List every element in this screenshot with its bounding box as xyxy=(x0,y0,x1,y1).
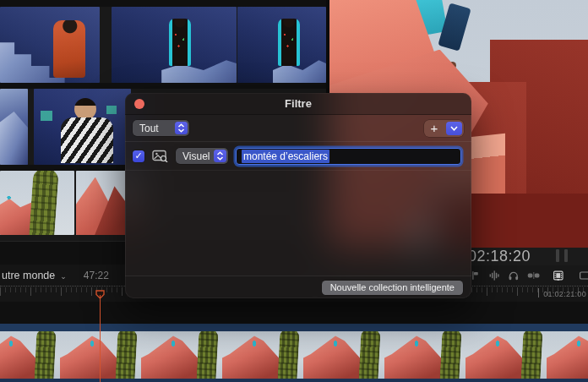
filter-dialog: Filtre Tout + ✓ xyxy=(125,93,471,298)
add-rule-group: + xyxy=(424,120,464,137)
up-down-chevrons-icon xyxy=(175,122,188,134)
new-smart-collection-button[interactable]: Nouvelle collection intelligente xyxy=(322,281,463,295)
timeline-clip-filmstrip xyxy=(0,331,588,379)
audio-skimming-icon[interactable] xyxy=(488,269,500,282)
chevron-down-icon xyxy=(450,126,458,131)
timecode-bar: 02:18:20 xyxy=(463,248,588,265)
timeline-clip-thumbnail xyxy=(384,331,466,379)
criterion-checkbox[interactable]: ✓ xyxy=(133,150,144,162)
image-search-icon xyxy=(152,150,168,162)
project-chevron-down-icon[interactable]: ⌄ xyxy=(60,272,67,281)
criterion-type-value: Visuel xyxy=(182,150,210,162)
scope-popup[interactable]: Tout xyxy=(133,120,189,136)
criterion-search-selected-text: montée d’escaliers xyxy=(242,150,329,163)
timeline-clip-thumbnail xyxy=(0,331,61,379)
filter-criterion-row: ✓ Visuel montée d’escaliers xyxy=(125,142,471,171)
timeline-clip[interactable] xyxy=(0,324,588,382)
browser-clip-vest-1[interactable] xyxy=(112,7,237,83)
dialog-title: Filtre xyxy=(285,97,312,110)
timeline-toolbar xyxy=(463,265,588,286)
timeline-clip-thumbnail xyxy=(547,331,588,379)
playhead-line xyxy=(100,295,101,382)
project-name[interactable]: utre monde xyxy=(2,270,55,281)
browser-clip-cactus[interactable] xyxy=(0,171,74,235)
final-cut-pro-window: 02:18:20 xyxy=(0,0,588,382)
up-down-chevrons-icon xyxy=(214,150,226,162)
snapping-icon[interactable] xyxy=(527,269,540,282)
timeline-clip-thumbnail xyxy=(466,331,547,379)
ruler-timecode-label: 01:02:21:00 xyxy=(543,290,586,298)
scope-popup-value: Tout xyxy=(139,123,159,134)
close-icon[interactable] xyxy=(134,99,144,109)
timeline-clip-thumbnail xyxy=(303,331,385,379)
add-rule-button[interactable]: + xyxy=(424,121,444,136)
filter-dialog-titlebar[interactable]: Filtre xyxy=(125,93,471,115)
timeline-clip-thumbnail xyxy=(141,331,223,379)
timeline-clip-thumbnail xyxy=(222,331,304,379)
filter-dialog-content xyxy=(125,171,471,276)
solo-headphones-icon[interactable] xyxy=(508,269,520,282)
playhead[interactable] xyxy=(95,287,105,382)
add-rule-chevron-button[interactable] xyxy=(446,122,462,135)
pause-icon xyxy=(556,249,568,262)
current-timecode: 02:18:20 xyxy=(468,248,531,265)
filter-scope-toolbar: Tout + xyxy=(125,115,471,142)
clip-appearance-filmstrip-icon[interactable] xyxy=(553,269,564,282)
browser-clip-orange-shirt[interactable] xyxy=(0,7,100,83)
project-duration: 47:22 xyxy=(84,270,109,281)
index-icon[interactable] xyxy=(579,269,588,282)
criterion-search-input[interactable]: montée d’escaliers xyxy=(236,148,461,165)
browser-clip-striped-shirt[interactable] xyxy=(34,89,131,165)
timeline-clip-bottom-edge xyxy=(0,379,588,382)
criterion-type-popup[interactable]: Visuel xyxy=(176,148,228,164)
timeline-background xyxy=(0,302,588,324)
browser-top-strip xyxy=(0,0,326,7)
filter-dialog-footer: Nouvelle collection intelligente xyxy=(125,276,471,298)
browser-clip-vest-2[interactable] xyxy=(237,7,326,83)
browser-clip-blue-geometry[interactable] xyxy=(0,89,28,165)
ruler-label-tick xyxy=(538,288,539,297)
browser-row-gap xyxy=(0,83,326,89)
browser-clip-red-pyramids[interactable] xyxy=(76,171,131,235)
